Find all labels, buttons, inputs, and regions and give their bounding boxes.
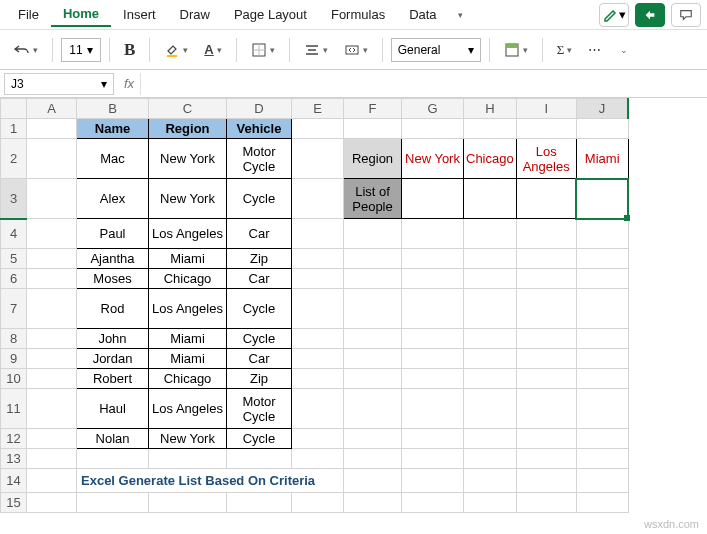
cell-G1[interactable]: [402, 119, 464, 139]
tab-data[interactable]: Data: [397, 3, 448, 26]
cell-J12[interactable]: [576, 429, 628, 449]
number-format-select[interactable]: General ▾: [391, 38, 481, 62]
cell-J3[interactable]: [576, 179, 628, 219]
cell-E8[interactable]: [292, 329, 344, 349]
cell-G2[interactable]: New York: [402, 139, 464, 179]
cell-F9[interactable]: [344, 349, 402, 369]
cell-A15[interactable]: [27, 493, 77, 513]
row-header-13[interactable]: 13: [1, 449, 27, 469]
cell-H2[interactable]: Chicago: [464, 139, 517, 179]
conditional-format-button[interactable]: ▾: [498, 36, 534, 64]
cell-J5[interactable]: [576, 249, 628, 269]
cell-E11[interactable]: [292, 389, 344, 429]
cell-J6[interactable]: [576, 269, 628, 289]
cell-A12[interactable]: [27, 429, 77, 449]
cell-I2[interactable]: Los Angeles: [516, 139, 576, 179]
col-header-J[interactable]: J: [576, 99, 628, 119]
row-header-2[interactable]: 2: [1, 139, 27, 179]
cell-J13[interactable]: [576, 449, 628, 469]
cell-B10[interactable]: Robert: [77, 369, 149, 389]
cell-H6[interactable]: [464, 269, 517, 289]
font-color-button[interactable]: A ▾: [198, 36, 227, 64]
col-header-C[interactable]: C: [149, 99, 227, 119]
cell-G10[interactable]: [402, 369, 464, 389]
name-box[interactable]: J3 ▾: [4, 73, 114, 95]
pen-button[interactable]: ▾: [599, 3, 629, 27]
cell-H4[interactable]: [464, 219, 517, 249]
cell-E5[interactable]: [292, 249, 344, 269]
cell-H3[interactable]: [464, 179, 517, 219]
row-header-8[interactable]: 8: [1, 329, 27, 349]
cell-D8[interactable]: Cycle: [227, 329, 292, 349]
tab-overflow[interactable]: ▾: [449, 1, 469, 29]
cell-J11[interactable]: [576, 389, 628, 429]
cell-E6[interactable]: [292, 269, 344, 289]
cell-D11[interactable]: Motor Cycle: [227, 389, 292, 429]
cell-E2[interactable]: [292, 139, 344, 179]
grid[interactable]: ABCDEFGHIJ1NameRegionVehicle2MacNew York…: [0, 98, 707, 534]
row-header-1[interactable]: 1: [1, 119, 27, 139]
cell-F2[interactable]: Region: [344, 139, 402, 179]
cell-J9[interactable]: [576, 349, 628, 369]
tab-page-layout[interactable]: Page Layout: [222, 3, 319, 26]
cell-A13[interactable]: [27, 449, 77, 469]
cell-B11[interactable]: Haul: [77, 389, 149, 429]
tab-insert[interactable]: Insert: [111, 3, 168, 26]
row-header-6[interactable]: 6: [1, 269, 27, 289]
cell-C5[interactable]: Miami: [149, 249, 227, 269]
cell-A9[interactable]: [27, 349, 77, 369]
tab-file[interactable]: File: [6, 3, 51, 26]
cell-B3[interactable]: Alex: [77, 179, 149, 219]
cell-C12[interactable]: New York: [149, 429, 227, 449]
cell-E7[interactable]: [292, 289, 344, 329]
cell-F3[interactable]: List of People: [344, 179, 402, 219]
cell-G7[interactable]: [402, 289, 464, 329]
cell-A11[interactable]: [27, 389, 77, 429]
cell-F4[interactable]: [344, 219, 402, 249]
cell-D4[interactable]: Car: [227, 219, 292, 249]
cell-I13[interactable]: [516, 449, 576, 469]
cell-I9[interactable]: [516, 349, 576, 369]
cell-J8[interactable]: [576, 329, 628, 349]
cell-C13[interactable]: [149, 449, 227, 469]
cell-B7[interactable]: Rod: [77, 289, 149, 329]
cell-J15[interactable]: [576, 493, 628, 513]
cell-D9[interactable]: Car: [227, 349, 292, 369]
cell-G13[interactable]: [402, 449, 464, 469]
cell-B5[interactable]: Ajantha: [77, 249, 149, 269]
borders-button[interactable]: ▾: [245, 36, 281, 64]
cell-A14[interactable]: [27, 469, 77, 493]
cell-D2[interactable]: Motor Cycle: [227, 139, 292, 179]
cell-H11[interactable]: [464, 389, 517, 429]
cell-G9[interactable]: [402, 349, 464, 369]
cell-F10[interactable]: [344, 369, 402, 389]
cell-A2[interactable]: [27, 139, 77, 179]
cell-D15[interactable]: [227, 493, 292, 513]
toolbar-overflow[interactable]: ⌄: [611, 36, 634, 64]
cell-G3[interactable]: [402, 179, 464, 219]
tab-home[interactable]: Home: [51, 2, 111, 27]
cell-E10[interactable]: [292, 369, 344, 389]
cell-C11[interactable]: Los Angeles: [149, 389, 227, 429]
cell-B9[interactable]: Jordan: [77, 349, 149, 369]
cell-D13[interactable]: [227, 449, 292, 469]
cell-D10[interactable]: Zip: [227, 369, 292, 389]
col-header-F[interactable]: F: [344, 99, 402, 119]
col-header-G[interactable]: G: [402, 99, 464, 119]
cell-D12[interactable]: Cycle: [227, 429, 292, 449]
cell-A3[interactable]: [27, 179, 77, 219]
cell-I10[interactable]: [516, 369, 576, 389]
cell-C3[interactable]: New York: [149, 179, 227, 219]
cell-J1[interactable]: [576, 119, 628, 139]
cell-F7[interactable]: [344, 289, 402, 329]
cell-H13[interactable]: [464, 449, 517, 469]
cell-I3[interactable]: [516, 179, 576, 219]
undo-button[interactable]: ▾: [8, 36, 44, 64]
cell-A5[interactable]: [27, 249, 77, 269]
cell-H1[interactable]: [464, 119, 517, 139]
cell-A6[interactable]: [27, 269, 77, 289]
cell-B4[interactable]: Paul: [77, 219, 149, 249]
cell-H15[interactable]: [464, 493, 517, 513]
cell-J4[interactable]: [576, 219, 628, 249]
cell-E13[interactable]: [292, 449, 344, 469]
